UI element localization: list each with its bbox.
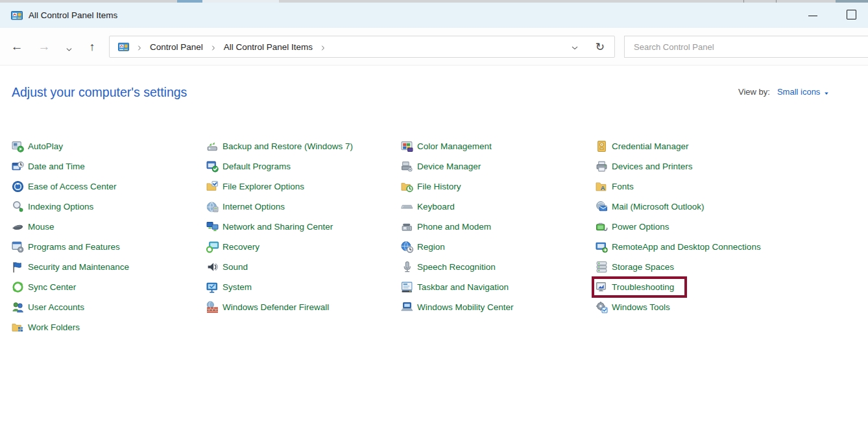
control-panel-item-ease-of-access-center[interactable]: Ease of Access Center (12, 176, 117, 197)
control-panel-item-default-programs[interactable]: Default Programs (206, 156, 291, 176)
search-input[interactable] (625, 36, 868, 57)
control-panel-item-keyboard[interactable]: Keyboard (401, 197, 455, 217)
control-panel-item-fonts[interactable]: AFonts (596, 176, 634, 197)
device-manager-icon (401, 160, 413, 173)
power-options-icon (596, 221, 608, 233)
control-panel-item-windows-defender-firewall[interactable]: Windows Defender Firewall (206, 297, 329, 317)
taskbar-navigation-icon (401, 281, 413, 293)
control-panel-icon (11, 10, 23, 21)
control-panel-item-programs-and-features[interactable]: Programs and Features (12, 237, 120, 257)
item-label: Fonts (612, 182, 634, 191)
item-label: Windows Tools (612, 302, 670, 312)
back-button[interactable]: ← (6, 28, 27, 65)
item-label: Devices and Printers (612, 162, 693, 171)
control-panel-icon (118, 42, 129, 53)
remoteapp-icon (596, 241, 608, 253)
forward-button[interactable]: → (34, 28, 54, 65)
date-time-icon (12, 160, 24, 173)
control-panel-item-remoteapp-and-desktop-connections[interactable]: RemoteApp and Desktop Connections (596, 237, 761, 257)
item-label: Default Programs (223, 162, 291, 171)
view-by-selected: Small icons (777, 87, 820, 97)
item-label: Speech Recognition (417, 262, 496, 272)
control-panel-item-autoplay[interactable]: AutoPlay (12, 136, 63, 156)
control-panel-item-indexing-options[interactable]: Indexing Options (12, 197, 93, 217)
speech-recognition-icon (401, 261, 413, 273)
recovery-icon (206, 241, 219, 253)
item-label: Indexing Options (28, 202, 93, 212)
control-panel-item-file-explorer-options[interactable]: File Explorer Options (206, 176, 304, 197)
control-panel-item-sync-center[interactable]: Sync Center (12, 277, 76, 297)
chevron-right-icon (136, 43, 143, 51)
item-label: Credential Manager (612, 141, 689, 151)
window-title: All Control Panel Items (29, 10, 117, 20)
control-panel-item-windows-tools[interactable]: Windows Tools (596, 297, 670, 317)
breadcrumb-control-panel[interactable]: Control Panel (150, 42, 203, 52)
control-panel-item-user-accounts[interactable]: User Accounts (12, 297, 84, 317)
page-title: Adjust your computer's settings (12, 85, 187, 100)
item-label: RemoteApp and Desktop Connections (612, 242, 761, 252)
control-panel-item-storage-spaces[interactable]: Storage Spaces (596, 257, 674, 277)
item-label: Recovery (223, 242, 259, 252)
windows-tools-icon (596, 301, 608, 313)
control-panel-item-color-management[interactable]: Color Management (401, 136, 492, 156)
control-panel-item-taskbar-and-navigation[interactable]: Taskbar and Navigation (401, 277, 509, 297)
control-panel-item-file-history[interactable]: File History (401, 176, 461, 197)
maximize-icon[interactable] (847, 10, 856, 19)
control-panel-item-devices-and-printers[interactable]: Devices and Printers (596, 156, 693, 176)
devices-printers-icon (596, 160, 608, 173)
view-by-label: View by: (738, 87, 770, 97)
keyboard-icon (401, 200, 413, 213)
address-dropdown-chevron-icon[interactable] (571, 43, 579, 51)
address-bar[interactable]: Control Panel All Control Panel Items ↻ (109, 36, 615, 58)
breadcrumb-all-control-panel-items[interactable]: All Control Panel Items (224, 42, 313, 52)
control-panel-item-work-folders[interactable]: Work Folders (12, 317, 80, 337)
control-panel-item-sound[interactable]: Sound (206, 257, 248, 277)
control-panel-item-speech-recognition[interactable]: Speech Recognition (401, 257, 496, 277)
control-panel-item-recovery[interactable]: Recovery (206, 237, 259, 257)
control-panel-item-troubleshooting[interactable]: Troubleshooting (596, 277, 687, 297)
control-panel-item-system[interactable]: System (206, 277, 252, 297)
control-panel-item-region[interactable]: Region (401, 237, 445, 257)
item-label: Storage Spaces (612, 262, 674, 272)
control-panel-item-date-and-time[interactable]: Date and Time (12, 156, 85, 176)
control-panel-item-network-and-sharing-center[interactable]: Network and Sharing Center (206, 217, 333, 237)
item-label: Network and Sharing Center (223, 222, 333, 232)
control-panel-item-windows-mobility-center[interactable]: Windows Mobility Center (401, 297, 514, 317)
control-panel-item-internet-options[interactable]: Internet Options (206, 197, 285, 217)
recent-locations-chevron-icon[interactable] (61, 28, 77, 65)
item-label: Ease of Access Center (28, 182, 117, 191)
file-explorer-options-icon (206, 180, 219, 193)
control-panel-item-device-manager[interactable]: Device Manager (401, 156, 481, 176)
item-label: Programs and Features (28, 242, 120, 252)
item-label: Device Manager (417, 162, 481, 171)
control-panel-item-credential-manager[interactable]: Credential Manager (596, 136, 689, 156)
item-label: User Accounts (28, 302, 84, 312)
item-label: Phone and Modem (417, 222, 491, 232)
control-panel-item-security-and-maintenance[interactable]: Security and Maintenance (12, 257, 129, 277)
item-label: File History (417, 182, 461, 191)
indexing-options-icon (12, 200, 24, 213)
view-by-control: View by: Small icons (738, 87, 830, 97)
up-button[interactable]: ↑ (82, 28, 102, 65)
control-panel-item-backup-and-restore-windows-7[interactable]: Backup and Restore (Windows 7) (206, 136, 353, 156)
sound-icon (206, 261, 219, 273)
control-panel-item-mouse[interactable]: Mouse (12, 217, 54, 237)
control-panel-item-phone-and-modem[interactable]: Phone and Modem (401, 217, 491, 237)
svg-text:A: A (601, 184, 605, 191)
view-by-value[interactable]: Small icons (777, 87, 830, 97)
backup-restore-icon (206, 140, 219, 152)
control-panel-item-mail-microsoft-outlook[interactable]: Mail (Microsoft Outlook) (596, 197, 705, 217)
annotation-highlight-box: Troubleshooting (592, 276, 687, 298)
firewall-icon (206, 301, 219, 313)
item-label: Taskbar and Navigation (417, 282, 509, 292)
autoplay-icon (12, 140, 24, 152)
control-panel-item-power-options[interactable]: Power Options (596, 217, 669, 237)
mouse-icon (12, 221, 24, 233)
navigation-toolbar: ← → ↑ Control Panel All Control Panel It… (0, 28, 868, 66)
minimize-icon[interactable] (808, 16, 817, 16)
file-history-icon (401, 180, 413, 193)
items-column: Color ManagementDevice ManagerFile Histo… (401, 136, 596, 337)
region-icon (401, 241, 413, 253)
mail-icon (596, 200, 608, 213)
refresh-icon[interactable]: ↻ (596, 42, 605, 53)
